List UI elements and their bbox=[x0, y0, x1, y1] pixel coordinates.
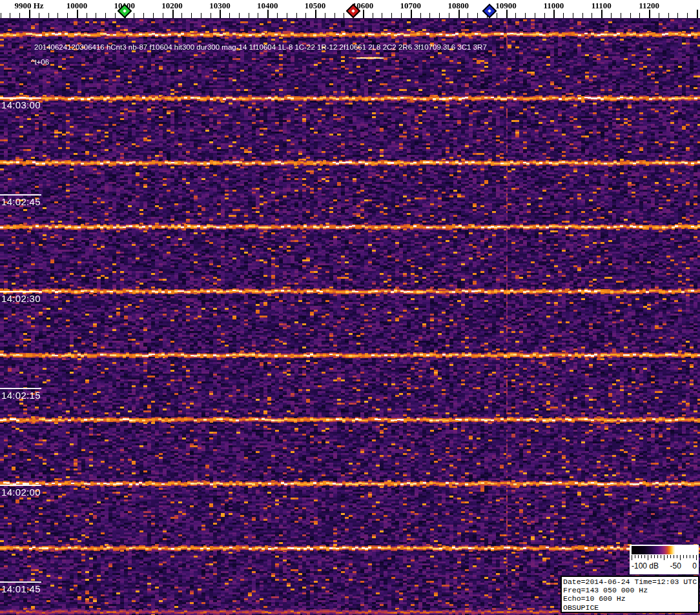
colorbar-ticks bbox=[632, 555, 697, 560]
colorbar-labels: -100 dB-500 bbox=[632, 561, 697, 570]
colorbar-label-0: -100 dB bbox=[632, 561, 659, 570]
freq-tick-label: 10300 bbox=[209, 1, 231, 11]
freq-tick-label: 10500 bbox=[305, 1, 326, 11]
green-marker-center-dot bbox=[123, 9, 127, 13]
colorbar-gradient bbox=[632, 546, 697, 554]
spectrogram-screen: 9900 Hz100001010010200103001040010500106… bbox=[0, 0, 700, 615]
time-tick-label: 14:02:30 bbox=[1, 293, 41, 304]
red-marker-center-dot bbox=[351, 9, 355, 13]
freq-tick-label: 11200 bbox=[639, 1, 659, 11]
info-line-1: Freq=143 050 000 Hz bbox=[563, 586, 697, 594]
colorbar-label-2: 0 bbox=[692, 561, 697, 570]
time-tick-label: 14:02:15 bbox=[1, 390, 41, 401]
freq-tick-label: 10700 bbox=[400, 1, 422, 11]
time-tick-label: 14:02:00 bbox=[1, 487, 41, 498]
time-tick-label: 14:01:45 bbox=[1, 583, 41, 594]
freq-tick-label: 11000 bbox=[543, 1, 564, 11]
info-line-0: Date=2014-06-24 Time=12:03 UTC bbox=[563, 578, 697, 586]
time-tick-label: 14:02:45 bbox=[1, 196, 41, 207]
event-annotation: 20140624120306416 hCnt3 nb-87 f10604 hit… bbox=[34, 43, 487, 51]
colorbar-label-1: -50 bbox=[670, 561, 681, 570]
info-line-3: OBSUPICE bbox=[563, 603, 697, 612]
freq-tick-label: 10400 bbox=[257, 1, 278, 11]
time-offset-label: ^t+06 bbox=[31, 58, 49, 66]
spectrogram-waterfall[interactable] bbox=[0, 0, 700, 615]
freq-tick-label: 11100 bbox=[592, 1, 612, 11]
info-line-2: Echo=10 600 Hz bbox=[563, 594, 697, 603]
db-colorbar: -100 dB-500 bbox=[630, 545, 699, 574]
time-tick-label: 14:03:00 bbox=[1, 99, 41, 110]
freq-tick-label: 10900 bbox=[495, 1, 517, 11]
freq-tick-label: 9900 Hz bbox=[14, 1, 43, 11]
status-info-box: Date=2014-06-24 Time=12:03 UTCFreq=143 0… bbox=[561, 576, 699, 613]
blue-marker-center-dot bbox=[488, 9, 491, 13]
freq-tick-label: 10000 bbox=[67, 1, 88, 11]
freq-tick-label: 10200 bbox=[161, 1, 183, 11]
freq-tick-label: 10800 bbox=[448, 1, 469, 11]
